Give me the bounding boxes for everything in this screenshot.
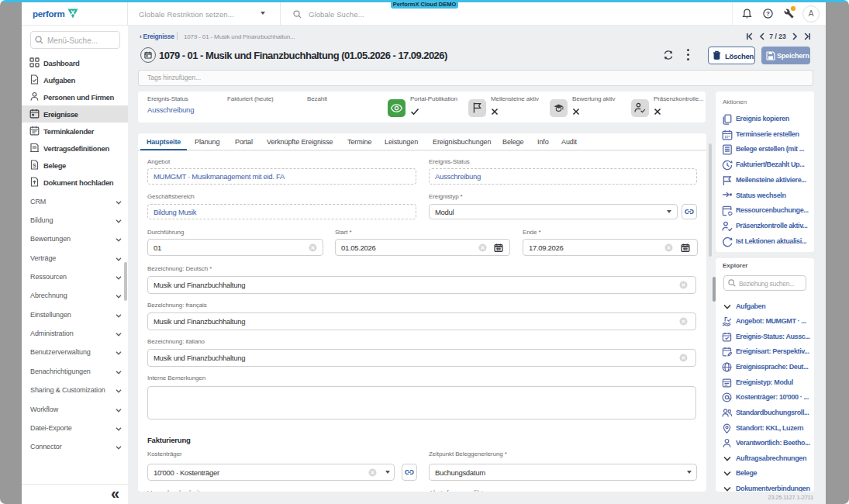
svg-text:S: S [33,163,36,168]
svg-text:?: ? [766,10,770,17]
